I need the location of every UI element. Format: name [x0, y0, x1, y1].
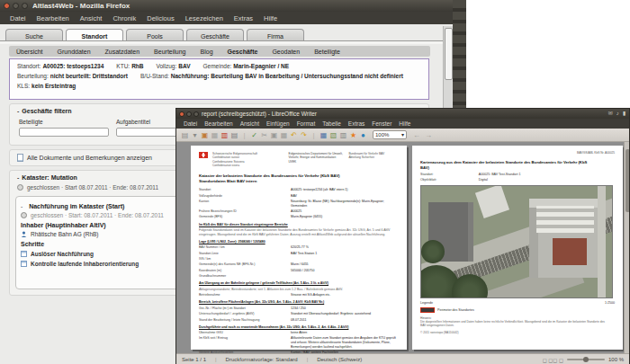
sub-tab[interactable]: Beurteilung: [147, 49, 193, 55]
menu-item[interactable]: Chronik: [107, 14, 141, 22]
report-line: Stand der Bearbeitung / letzte Nachtragu…: [199, 318, 399, 323]
page-indicator[interactable]: Seite 1 / 1: [182, 357, 206, 362]
writer-scrollbar[interactable]: [624, 142, 629, 353]
map-title: Kartenauszug aus dem Kataster der belast…: [420, 160, 591, 170]
map-meta-row: Objektblatt: Digital: [420, 178, 615, 182]
open-icon[interactable]: ▣: [200, 129, 210, 141]
writer-titlebar[interactable]: report (schreibgeschützt) - LibreOffice …: [176, 109, 629, 119]
zoom-slider[interactable]: [567, 359, 605, 360]
report-line: Standort-Linie BAV Test-Station 1: [199, 252, 399, 256]
sub-tab[interactable]: Geschäfte: [220, 49, 266, 55]
separator[interactable]: |: [309, 129, 319, 141]
separator[interactable]: |: [239, 129, 249, 141]
menu-item[interactable]: Format: [293, 120, 320, 127]
window-minimize-button[interactable]: [13, 3, 19, 9]
menu-item[interactable]: Datei: [4, 14, 32, 22]
desktop: Altlast4Web - Mozilla Firefox DateiBearb…: [0, 0, 630, 364]
tree-cluster: [421, 240, 445, 263]
dropdown-caret-icon[interactable]: ▾: [190, 129, 200, 141]
zoom-slider-knob[interactable]: [583, 357, 589, 362]
firefox-titlebar[interactable]: Altlast4Web - Mozilla Firefox: [0, 0, 466, 12]
window-maximize-button[interactable]: [194, 111, 199, 117]
document-header: Schweizerische Eidgenossenschaft Confédé…: [199, 152, 399, 167]
report-line: Gemeinde(n) des Kantons NE (BFS-Nr.) Mar…: [199, 262, 399, 267]
menu-item[interactable]: Hilfe: [258, 14, 283, 22]
spellcheck-icon[interactable]: ✓: [249, 129, 259, 141]
report-line: Folgende Standortdaten sind im Kataster …: [199, 228, 399, 236]
undo-icon[interactable]: ↶: [289, 129, 299, 141]
battery-indicator-icon[interactable]: ▮: [623, 109, 626, 119]
collapse-icon[interactable]: -: [17, 174, 19, 181]
sub-tab[interactable]: Übersicht: [9, 49, 50, 55]
window-close-button[interactable]: [179, 111, 184, 117]
table-icon[interactable]: ▦: [319, 129, 328, 141]
report-line: Durchgeführte und noch zu erwartende Mas…: [199, 325, 399, 330]
copy-icon[interactable]: ▣: [269, 129, 279, 141]
menu-item[interactable]: Bearbeiten: [201, 120, 236, 127]
pdf-export-icon[interactable]: ▥: [220, 129, 230, 141]
sub-tab[interactable]: Zusatzdaten: [98, 49, 148, 55]
menu-item[interactable]: Einfügen: [263, 120, 293, 127]
back-icon[interactable]: ←: [411, 131, 422, 139]
menu-item[interactable]: Delicious: [141, 14, 179, 22]
beteiligte-input[interactable]: [19, 128, 109, 137]
menu-item[interactable]: Ansicht: [237, 120, 263, 127]
hyperlink-icon[interactable]: ●: [358, 129, 368, 141]
menu-item[interactable]: Lesezeichen: [180, 14, 229, 22]
documents-link[interactable]: Alle Dokumente und Bemerkungen anzeigen: [27, 155, 152, 161]
report-line: Übernahme GVU keine Akten: [199, 331, 399, 335]
scrollbar-thumb[interactable]: [445, 28, 453, 80]
zoom-select[interactable]: 100% ▾: [373, 130, 407, 139]
menu-item[interactable]: Extras: [229, 14, 258, 22]
scrollbar-thumb[interactable]: [626, 149, 630, 212]
zoom-indicator[interactable]: 100 %: [608, 357, 624, 362]
window-title: Altlast4Web - Mozilla Firefox: [32, 0, 130, 12]
swiss-cross-logo: [199, 152, 208, 158]
menu-item[interactable]: Bearbeiten: [32, 14, 75, 22]
tab-divider: [0, 40, 453, 44]
task-icon: [21, 261, 27, 267]
collapse-icon[interactable]: -: [17, 108, 19, 114]
redo-icon[interactable]: ↷: [299, 129, 309, 141]
page-reference: BAV/GS/ABL KbS Nr. A00025: [420, 151, 615, 155]
cut-icon[interactable]: ✂: [259, 129, 269, 141]
style-indicator[interactable]: Druckformatvorlage: Standard: [226, 357, 298, 362]
window-maximize-button[interactable]: [22, 3, 28, 9]
view-layout-icons[interactable]: ◻ ◻◻ ◻: [543, 357, 563, 363]
print-icon[interactable]: ▤: [230, 129, 239, 141]
save-icon[interactable]: ▦: [210, 129, 220, 141]
inhaber-value[interactable]: Rhätische Bahn AG (RhB): [31, 231, 99, 237]
window-minimize-button[interactable]: [186, 111, 192, 117]
person-icon: [21, 231, 27, 237]
report-line: BAV Nummer / km 620/25.77 %: [199, 245, 399, 250]
sound-indicator-icon[interactable]: ♪: [616, 109, 619, 119]
new-document-icon[interactable]: ▤: [180, 129, 190, 141]
sub-tab[interactable]: Beteiligte: [307, 49, 347, 55]
image-icon[interactable]: ▧: [328, 129, 338, 141]
forward-icon[interactable]: →: [423, 131, 434, 139]
language-indicator[interactable]: Deutsch (Schweiz): [317, 357, 362, 362]
window-close-button[interactable]: [4, 3, 10, 9]
report-line: Frühere Bezeichnungen ID A00025: [199, 209, 399, 214]
perimeter-swatch: [420, 307, 435, 313]
map-meta: Standort: A00025: BAV Test-Standort 1 Ob…: [420, 173, 615, 182]
menu-item[interactable]: Datei: [180, 120, 201, 127]
mail-indicator-icon[interactable]: ✉: [608, 109, 613, 119]
sub-tab[interactable]: Blog: [194, 49, 220, 55]
menu-item[interactable]: Hilfe: [395, 120, 414, 127]
schritt-row[interactable]: Auslöser Nachführung ✓: [21, 250, 188, 257]
paste-icon[interactable]: ▦: [279, 129, 289, 141]
schritt-row[interactable]: Kontrolle laufende Inhaberorientierung ✓: [21, 260, 188, 267]
sub-tab[interactable]: Geodaten: [265, 49, 307, 55]
sub-tab[interactable]: Grunddaten: [50, 49, 98, 55]
menu-item[interactable]: Fenster: [368, 120, 395, 127]
note-text: Die dargestellten Informationen und Date…: [420, 320, 605, 328]
chart-icon[interactable]: ▥: [338, 129, 348, 141]
menu-item[interactable]: Tabelle: [319, 120, 345, 127]
copyright-line: © 2011 swisstopo (BA110042): [420, 331, 615, 334]
menu-item[interactable]: Extras: [345, 120, 368, 127]
legend-item: Perimeter des Standortes: [420, 307, 615, 313]
fontwork-icon[interactable]: ★: [348, 129, 358, 141]
menu-item[interactable]: Ansicht: [75, 14, 108, 22]
collapse-icon[interactable]: -: [21, 203, 22, 209]
